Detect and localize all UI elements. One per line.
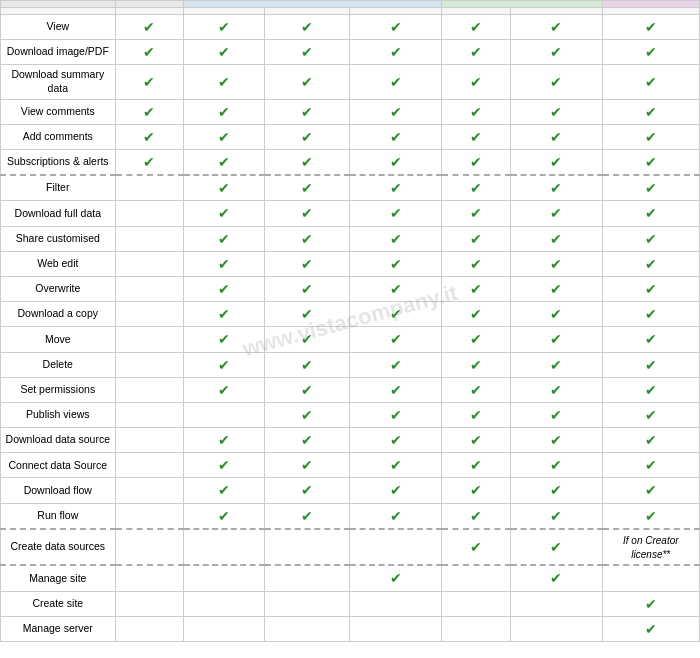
check-mark: ✔ [550, 357, 562, 373]
check-mark: ✔ [390, 19, 402, 35]
permission-cell: ✔ [510, 65, 602, 99]
check-mark: ✔ [645, 306, 657, 322]
check-mark: ✔ [301, 281, 313, 297]
check-mark: ✔ [645, 44, 657, 60]
row-label: View [1, 15, 116, 40]
check-mark: ✔ [301, 256, 313, 272]
permission-cell [115, 529, 184, 566]
permission-cell: ✔ [350, 251, 442, 276]
check-mark: ✔ [301, 432, 313, 448]
permission-cell: ✔ [184, 327, 264, 352]
permission-cell: ✔ [602, 99, 699, 124]
row-label: Share customised [1, 226, 116, 251]
permission-cell [510, 591, 602, 616]
permission-cell: ✔ [350, 175, 442, 201]
permission-cell: ✔ [510, 503, 602, 529]
table-row: Add comments✔✔✔✔✔✔✔ [1, 124, 700, 149]
table-row: View✔✔✔✔✔✔✔ [1, 15, 700, 40]
permission-cell [115, 402, 184, 427]
check-mark: ✔ [390, 180, 402, 196]
check-mark: ✔ [218, 281, 230, 297]
permission-cell: ✔ [184, 150, 264, 176]
permission-cell: ✔ [264, 327, 350, 352]
permission-cell: ✔ [184, 478, 264, 503]
permission-cell: ✔ [442, 453, 511, 478]
permission-cell [115, 251, 184, 276]
check-mark: ✔ [301, 508, 313, 524]
check-mark: ✔ [470, 256, 482, 272]
permission-cell: ✔ [264, 352, 350, 377]
permission-cell: ✔ [350, 377, 442, 402]
table-row: Download flow✔✔✔✔✔✔ [1, 478, 700, 503]
check-mark: ✔ [218, 180, 230, 196]
permission-cell [115, 428, 184, 453]
check-mark: ✔ [390, 306, 402, 322]
permission-cell [184, 529, 264, 566]
check-mark: ✔ [218, 508, 230, 524]
row-label: Overwrite [1, 276, 116, 301]
permission-cell [115, 591, 184, 616]
permission-cell [115, 565, 184, 591]
permission-cell: ✔ [602, 40, 699, 65]
permission-cell: ✔ [264, 150, 350, 176]
row-label: Set permissions [1, 377, 116, 402]
permission-cell: ✔ [510, 124, 602, 149]
permission-cell: ✔ [350, 478, 442, 503]
permission-cell: ✔ [602, 352, 699, 377]
permission-cell: ✔ [442, 15, 511, 40]
check-mark: ✔ [390, 129, 402, 145]
permission-cell: ✔ [115, 124, 184, 149]
row-label: Create site [1, 591, 116, 616]
check-mark: ✔ [218, 205, 230, 221]
permission-cell: ✔ [264, 302, 350, 327]
check-mark: ✔ [390, 231, 402, 247]
table-row: Filter✔✔✔✔✔✔ [1, 175, 700, 201]
permission-cell: ✔ [350, 201, 442, 226]
permission-cell: ✔ [350, 150, 442, 176]
permission-cell: ✔ [350, 99, 442, 124]
permission-cell: ✔ [510, 226, 602, 251]
permission-cell: ✔ [264, 251, 350, 276]
permission-cell: ✔ [442, 529, 511, 566]
permission-cell: ✔ [442, 428, 511, 453]
permission-cell [115, 453, 184, 478]
permission-cell: ✔ [442, 503, 511, 529]
check-mark: ✔ [470, 74, 482, 90]
permission-cell: ✔ [510, 402, 602, 427]
check-mark: ✔ [390, 432, 402, 448]
table-row: Download summary data✔✔✔✔✔✔✔ [1, 65, 700, 99]
check-mark: ✔ [470, 19, 482, 35]
row-label: Delete [1, 352, 116, 377]
permission-cell: ✔ [602, 150, 699, 176]
check-mark: ✔ [645, 180, 657, 196]
permission-cell: ✔ [184, 65, 264, 99]
explorer-header [184, 1, 442, 8]
check-mark: ✔ [645, 104, 657, 120]
permission-cell [115, 175, 184, 201]
permission-cell: ✔ [264, 478, 350, 503]
permission-cell: ✔ [350, 503, 442, 529]
check-mark: ✔ [645, 19, 657, 35]
check-mark: ✔ [301, 104, 313, 120]
permission-cell [350, 591, 442, 616]
check-mark: ✔ [550, 508, 562, 524]
check-mark: ✔ [470, 104, 482, 120]
permission-cell: ✔ [264, 276, 350, 301]
permission-cell: ✔ [602, 478, 699, 503]
explorer-or-creator-header [602, 1, 699, 8]
table-row: Publish views✔✔✔✔✔ [1, 402, 700, 427]
permission-cell: ✔ [602, 377, 699, 402]
permission-cell: ✔ [442, 377, 511, 402]
table-row: Move✔✔✔✔✔✔ [1, 327, 700, 352]
check-mark: ✔ [143, 74, 155, 90]
permission-cell: ✔ [442, 352, 511, 377]
check-mark: ✔ [470, 129, 482, 145]
permission-cell: ✔ [350, 40, 442, 65]
check-mark: ✔ [301, 19, 313, 35]
table-row: Subscriptions & alerts✔✔✔✔✔✔✔ [1, 150, 700, 176]
table-row: Download image/PDF✔✔✔✔✔✔✔ [1, 40, 700, 65]
permission-cell: ✔ [184, 15, 264, 40]
check-mark: ✔ [390, 382, 402, 398]
check-mark: ✔ [390, 44, 402, 60]
check-mark: ✔ [470, 457, 482, 473]
